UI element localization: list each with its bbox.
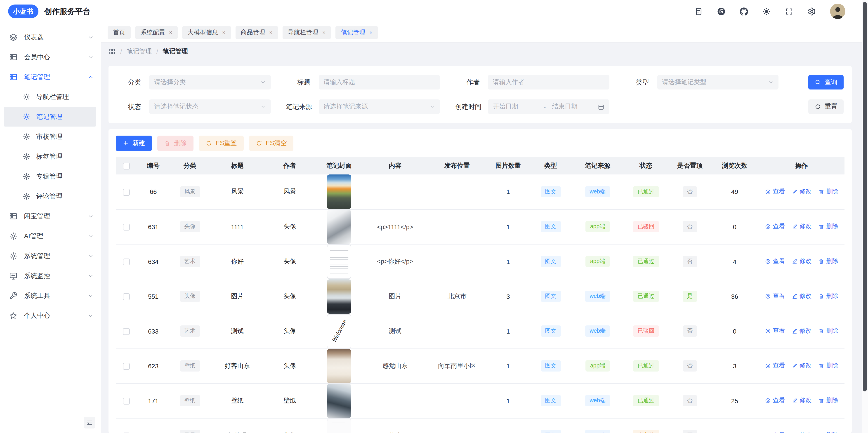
row-action-view[interactable]: 查看: [765, 188, 785, 196]
filter-input-author[interactable]: 请输入作者: [488, 75, 609, 90]
note-cover-image[interactable]: [327, 383, 351, 418]
tab-bar: 首页系统配置×大模型信息×商品管理×导航栏管理×笔记管理×: [101, 23, 868, 42]
cell-content: [364, 175, 427, 209]
row-action-view[interactable]: 查看: [765, 431, 785, 433]
row-action-view[interactable]: 查看: [765, 362, 785, 370]
row-checkbox[interactable]: [123, 328, 129, 335]
filter-select-status[interactable]: 请选择笔记状态: [149, 99, 271, 114]
row-checkbox[interactable]: [123, 258, 129, 265]
header-action-theme-toggle[interactable]: [762, 7, 771, 16]
note-cover-image[interactable]: [327, 244, 351, 279]
row-action-delete[interactable]: 删除: [818, 431, 838, 433]
row-action-edit[interactable]: 修改: [792, 431, 812, 433]
toolbar-es-reset-button[interactable]: ES重置: [199, 135, 243, 151]
row-action-delete[interactable]: 删除: [818, 223, 838, 231]
page-scrollbar[interactable]: [862, 0, 868, 433]
sidebar-item-member-center[interactable]: 会员中心: [0, 47, 101, 67]
row-action-delete[interactable]: 删除: [818, 188, 838, 196]
note-cover-image[interactable]: [327, 279, 351, 313]
tab-close-icon[interactable]: ×: [222, 30, 225, 35]
select-all-checkbox[interactable]: [123, 163, 129, 170]
tab-llm-info[interactable]: 大模型信息×: [182, 26, 231, 39]
row-action-delete[interactable]: 删除: [818, 257, 838, 266]
tab-home[interactable]: 首页: [107, 26, 131, 39]
header-action-fullscreen[interactable]: [785, 7, 794, 16]
sidebar-subitem-tag-management[interactable]: 标签管理: [4, 147, 96, 166]
row-action-edit[interactable]: 修改: [792, 397, 812, 405]
header-action-gitee[interactable]: [717, 7, 725, 16]
scrollbar-thumb[interactable]: [863, 2, 867, 392]
row-action-edit[interactable]: 修改: [792, 223, 812, 231]
row-action-delete[interactable]: 删除: [818, 327, 838, 335]
toolbar-es-clear-button[interactable]: ES清空: [249, 135, 293, 151]
row-action-delete[interactable]: 删除: [818, 362, 838, 370]
tab-navbar-management[interactable]: 导航栏管理×: [282, 26, 331, 39]
tab-note-management[interactable]: 笔记管理×: [336, 26, 378, 39]
row-action-edit[interactable]: 修改: [792, 188, 812, 196]
row-action-edit[interactable]: 修改: [792, 327, 812, 335]
reset-button[interactable]: 重置: [808, 99, 844, 114]
row-checkbox[interactable]: [123, 189, 129, 195]
note-cover-image[interactable]: [327, 349, 351, 383]
filter-daterange-create-time[interactable]: 开始日期-结束日期: [488, 99, 609, 114]
sidebar-subitem-note-management[interactable]: 笔记管理: [4, 107, 96, 127]
sidebar-subitem-comment-management[interactable]: 评论管理: [4, 186, 96, 206]
cell-actions: 查看修改删除: [758, 175, 844, 209]
row-checkbox[interactable]: [123, 224, 129, 230]
wrench-icon: [9, 291, 18, 300]
sidebar-subitem-audit-management[interactable]: 审核管理: [4, 127, 96, 147]
row-action-view[interactable]: 查看: [765, 223, 785, 231]
sidebar-item-profile-center[interactable]: 个人中心: [0, 306, 101, 326]
row-action-view[interactable]: 查看: [765, 257, 785, 266]
tab-close-icon[interactable]: ×: [169, 30, 172, 35]
row-checkbox[interactable]: [123, 293, 129, 300]
header-action-settings[interactable]: [807, 7, 816, 16]
sidebar-item-system-monitor[interactable]: 系统监控: [0, 266, 101, 286]
cell-id: 623: [136, 348, 170, 383]
filter-input-title[interactable]: 请输入标题: [318, 75, 440, 90]
sidebar-collapse-button[interactable]: [84, 417, 95, 429]
note-cover-image[interactable]: [327, 175, 351, 209]
row-action-view[interactable]: 查看: [765, 327, 785, 335]
tab-goods-management[interactable]: 商品管理×: [235, 26, 278, 39]
note-cover-image[interactable]: [327, 210, 351, 244]
filter-select-category[interactable]: 请选择分类: [149, 75, 271, 90]
toolbar-new-button[interactable]: 新建: [116, 135, 152, 151]
filter-select-source[interactable]: 请选择笔记来源: [318, 99, 440, 114]
row-checkbox[interactable]: [123, 398, 129, 404]
header-action-github[interactable]: [740, 7, 748, 16]
tab-close-icon[interactable]: ×: [369, 30, 373, 35]
filter-select-type[interactable]: 请选择笔记类型: [657, 75, 778, 90]
row-action-delete[interactable]: 删除: [818, 292, 838, 300]
row-action-edit[interactable]: 修改: [792, 292, 812, 300]
sidebar-item-ai-management[interactable]: AI管理: [0, 226, 101, 246]
table-row: 171壁纸壁纸壁纸1图文web端已通过否25查看修改删除: [116, 383, 844, 418]
tab-system-config[interactable]: 系统配置×: [135, 26, 178, 39]
note-cover-image[interactable]: Welcome: [327, 314, 351, 348]
row-action-edit[interactable]: 修改: [792, 362, 812, 370]
user-avatar[interactable]: [830, 4, 845, 19]
sidebar-item-dashboard[interactable]: 仪表盘: [0, 27, 101, 47]
search-button[interactable]: 查询: [808, 75, 844, 90]
cell-category: 壁纸: [170, 383, 210, 418]
sidebar-subitem-album-management[interactable]: 专辑管理: [4, 166, 96, 186]
row-action-delete[interactable]: 删除: [818, 397, 838, 405]
row-action-view[interactable]: 查看: [765, 292, 785, 300]
tab-close-icon[interactable]: ×: [269, 30, 272, 35]
sidebar-subitem-navbar-management[interactable]: 导航栏管理: [4, 87, 96, 107]
breadcrumb-item[interactable]: 笔记管理: [127, 48, 152, 56]
eye-icon: [765, 398, 771, 404]
source-tag: web端: [585, 395, 610, 406]
tab-close-icon[interactable]: ×: [322, 30, 326, 35]
note-cover-image[interactable]: [327, 418, 351, 433]
sidebar-item-system-tools[interactable]: 系统工具: [0, 286, 101, 306]
header-action-document[interactable]: [694, 7, 703, 16]
sidebar-item-system-management[interactable]: 系统管理: [0, 246, 101, 266]
row-action-edit[interactable]: 修改: [792, 257, 812, 266]
chevron-down-icon: [768, 80, 774, 85]
sidebar-item-xianbao-management[interactable]: 闲宝管理: [0, 206, 101, 226]
row-action-view[interactable]: 查看: [765, 397, 785, 405]
sidebar-item-note-management[interactable]: 笔记管理: [0, 67, 101, 87]
gear-icon: [23, 133, 30, 140]
row-checkbox[interactable]: [123, 363, 129, 370]
